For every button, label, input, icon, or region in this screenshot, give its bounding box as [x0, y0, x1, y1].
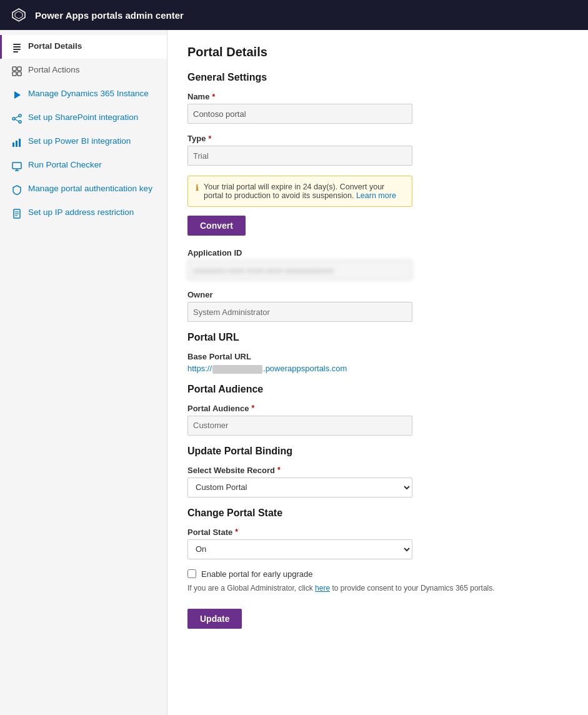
audience-input: [187, 416, 412, 436]
website-record-required: *: [277, 466, 281, 474]
early-upgrade-checkbox[interactable]: [187, 569, 196, 578]
name-input[interactable]: [187, 104, 412, 124]
portal-binding-section: Update Portal Binding Select Website Rec…: [187, 446, 568, 498]
audience-required: *: [251, 404, 254, 412]
consent-here-link[interactable]: here: [315, 584, 330, 592]
name-label: Name *: [187, 92, 568, 101]
svg-marker-10: [14, 91, 21, 99]
svg-marker-1: [15, 11, 22, 19]
sidebar-item-setup-sharepoint[interactable]: Set up SharePoint integration: [0, 106, 167, 130]
type-required: *: [208, 134, 211, 143]
change-portal-state-section: Change Portal State Portal State * On Of…: [187, 508, 568, 559]
consent-text: If you are a Global Administrator, click…: [187, 584, 568, 592]
name-required: *: [212, 92, 215, 101]
type-field-group: Type *: [187, 134, 568, 166]
portal-state-field-group: Portal State * On Off: [187, 528, 568, 559]
sidebar-label-portal-actions: Portal Actions: [28, 65, 80, 74]
sidebar-item-portal-details[interactable]: Portal Details: [0, 35, 167, 59]
svg-point-12: [12, 118, 15, 120]
portal-url-display: https://.powerappsportals.com: [187, 364, 568, 374]
update-button[interactable]: Update: [187, 609, 242, 629]
early-upgrade-label: Enable portal for early upgrade: [201, 569, 313, 579]
svg-point-13: [19, 121, 21, 123]
svg-rect-18: [19, 139, 21, 147]
svg-rect-2: [13, 44, 21, 45]
convert-button[interactable]: Convert: [187, 216, 246, 236]
portal-state-select[interactable]: On Off: [187, 539, 412, 559]
play-icon: [12, 90, 22, 100]
list-icon: [12, 42, 22, 52]
url-suffix: .powerappsportals.com: [263, 364, 347, 373]
url-prefix: https://: [187, 364, 212, 373]
general-settings-title: General Settings: [187, 72, 568, 83]
sidebar-label-manage-dynamics: Manage Dynamics 365 Instance: [28, 89, 149, 98]
early-upgrade-row: Enable portal for early upgrade: [187, 569, 568, 579]
svg-rect-5: [13, 51, 18, 52]
learn-more-link[interactable]: Learn more: [356, 191, 396, 200]
sidebar-item-portal-actions[interactable]: Portal Actions: [0, 59, 167, 82]
sidebar-label-setup-ip: Set up IP address restriction: [28, 208, 134, 217]
svg-rect-9: [17, 72, 21, 76]
sidebar-label-portal-details: Portal Details: [28, 41, 82, 51]
sidebar-label-setup-powerbi: Set up Power BI integration: [28, 136, 131, 146]
sidebar-item-manage-auth-key[interactable]: Manage portal authentication key: [0, 178, 167, 201]
sidebar-item-setup-ip[interactable]: Set up IP address restriction: [0, 201, 167, 225]
base-portal-url-label: Base Portal URL: [187, 352, 568, 361]
sidebar-item-manage-dynamics[interactable]: Manage Dynamics 365 Instance: [0, 82, 167, 106]
sidebar: Portal Details Portal Actions Manage: [0, 30, 167, 715]
share-icon: [12, 114, 22, 124]
svg-rect-17: [16, 141, 17, 147]
portal-audience-section-title: Portal Audience: [187, 384, 568, 395]
svg-line-15: [15, 119, 19, 121]
owner-input: [187, 302, 412, 322]
portal-url-section: Portal URL Base Portal URL https://.powe…: [187, 332, 568, 374]
sidebar-label-setup-sharepoint: Set up SharePoint integration: [28, 112, 138, 122]
layout: Portal Details Portal Actions Manage: [0, 30, 588, 715]
website-record-label: Select Website Record *: [187, 466, 568, 475]
svg-rect-19: [12, 162, 21, 169]
sidebar-item-run-checker[interactable]: Run Portal Checker: [0, 154, 167, 178]
app-logo-icon: [10, 6, 27, 24]
owner-label: Owner: [187, 290, 568, 299]
change-portal-state-title: Change Portal State: [187, 508, 568, 519]
website-record-select[interactable]: Custom Portal Default Portal: [187, 478, 412, 498]
svg-rect-8: [12, 72, 16, 76]
svg-point-11: [19, 114, 21, 117]
portal-audience-section: Portal Audience Portal Audience *: [187, 384, 568, 436]
chart-icon: [12, 138, 22, 148]
app-id-label: Application ID: [187, 248, 568, 258]
sidebar-label-manage-auth-key: Manage portal authentication key: [28, 184, 152, 193]
top-bar: Power Apps portals admin center: [0, 0, 588, 30]
warning-text: Your trial portal will expire in 24 day(…: [204, 182, 404, 200]
portal-icon: [12, 66, 22, 76]
url-blurred-part: [212, 365, 262, 374]
name-field-group: Name *: [187, 92, 568, 124]
svg-line-14: [15, 116, 19, 118]
svg-rect-3: [13, 46, 21, 48]
svg-rect-4: [13, 49, 21, 50]
shield-icon: [12, 185, 22, 195]
monitor-icon: [12, 161, 22, 171]
sidebar-item-setup-powerbi[interactable]: Set up Power BI integration: [0, 130, 167, 154]
portal-url-title: Portal URL: [187, 332, 568, 343]
portal-state-required: *: [235, 528, 238, 536]
page-title: Portal Details: [187, 45, 568, 59]
app-id-value: xxxxxxxx-xxxx-xxxx-xxxx-xxxxxxxxxxxx: [187, 260, 412, 280]
audience-field-group: Portal Audience *: [187, 404, 568, 436]
website-record-field-group: Select Website Record * Custom Portal De…: [187, 466, 568, 498]
app-title: Power Apps portals admin center: [35, 10, 184, 21]
svg-marker-0: [12, 9, 25, 21]
svg-rect-16: [12, 142, 14, 147]
main-content: Portal Details General Settings Name * T…: [167, 30, 588, 715]
audience-label: Portal Audience *: [187, 404, 568, 413]
owner-field-group: Owner: [187, 290, 568, 322]
type-label: Type *: [187, 134, 568, 143]
info-icon: ℹ: [196, 183, 199, 192]
portal-url-link[interactable]: https://.powerappsportals.com: [187, 364, 347, 373]
svg-rect-6: [12, 67, 16, 71]
sidebar-label-run-checker: Run Portal Checker: [28, 160, 102, 169]
app-id-field-group: Application ID xxxxxxxx-xxxx-xxxx-xxxx-x…: [187, 248, 568, 280]
type-input: [187, 146, 412, 166]
portal-binding-title: Update Portal Binding: [187, 446, 568, 457]
document-icon: [12, 209, 22, 219]
